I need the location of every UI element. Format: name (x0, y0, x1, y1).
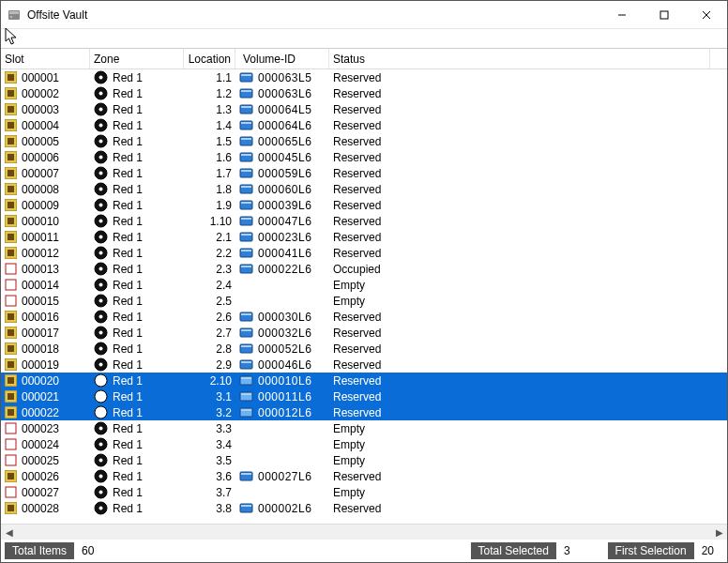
volume-id: 000064L5 (258, 103, 311, 116)
slot-id: 000004 (22, 119, 59, 132)
table-row[interactable]: 000023Red 13.3Empty (1, 420, 727, 436)
slot-icon (5, 502, 17, 514)
tape-icon (239, 167, 253, 179)
svg-rect-62 (8, 218, 14, 224)
svg-point-105 (99, 347, 103, 351)
column-header-slot[interactable]: Slot (1, 49, 90, 68)
volume-id: 000045L6 (258, 151, 311, 164)
svg-rect-38 (8, 154, 14, 160)
tape-icon (239, 231, 253, 243)
status-first-selection-label: First Selection (608, 542, 694, 559)
table-row[interactable]: 000003Red 11.3000064L5Reserved (1, 101, 727, 117)
status-value: Reserved (329, 341, 727, 357)
svg-point-129 (99, 411, 103, 415)
table-row[interactable]: 000005Red 11.5000065L6Reserved (1, 133, 727, 149)
table-row[interactable]: 000008Red 11.8000060L6Reserved (1, 181, 727, 197)
zone-name: Red 1 (113, 103, 143, 116)
table-body[interactable]: 000001Red 11.1000063L5Reserved000002Red … (1, 69, 727, 524)
slot-icon (5, 215, 17, 227)
svg-point-46 (99, 172, 103, 175)
tape-icon (239, 390, 253, 403)
table-row[interactable]: 000002Red 11.2000063L6Reserved (1, 85, 727, 101)
location-value: 3.2 (184, 404, 235, 420)
table-row[interactable]: 000009Red 11.9000039L6Reserved (1, 197, 727, 213)
table-row[interactable]: 000027Red 13.7Empty (1, 484, 727, 500)
slot-id: 000009 (22, 199, 59, 212)
slot-id: 000021 (22, 390, 59, 403)
table-row[interactable]: 000010Red 11.10000047L6Reserved (1, 213, 727, 229)
status-total-selected-label: Total Selected (471, 542, 556, 559)
table-row[interactable]: 000013Red 12.3000022L6Occupied (1, 261, 727, 277)
svg-rect-1 (9, 11, 19, 14)
zone-name: Red 1 (113, 183, 143, 196)
status-value: Reserved (329, 117, 727, 133)
disc-icon (94, 389, 108, 403)
table-row[interactable]: 000019Red 12.9000046L6Reserved (1, 357, 727, 373)
zone-name: Red 1 (113, 406, 143, 419)
svg-point-70 (99, 236, 103, 239)
svg-rect-8 (8, 74, 14, 81)
svg-rect-68 (8, 234, 14, 240)
column-header-location[interactable]: Location (184, 49, 235, 68)
location-value: 1.5 (184, 133, 235, 149)
svg-rect-131 (241, 409, 251, 411)
svg-rect-54 (241, 186, 251, 188)
slot-id: 000012 (22, 247, 59, 260)
slot-id: 000003 (22, 103, 59, 116)
disc-icon (94, 437, 108, 451)
titlebar[interactable]: Offsite Vault (1, 1, 727, 29)
column-header-status[interactable]: Status (329, 49, 710, 68)
location-value: 1.7 (184, 165, 235, 181)
table-row[interactable]: 000022Red 13.2000012L6Reserved (1, 404, 727, 420)
volume-id: 000064L6 (258, 119, 311, 132)
table-row[interactable]: 000007Red 11.7000059L6Reserved (1, 165, 727, 181)
table-row[interactable]: 000001Red 11.1000063L5Reserved (1, 69, 727, 85)
svg-rect-155 (241, 505, 251, 507)
slot-id: 000027 (22, 486, 59, 499)
close-button[interactable] (685, 1, 727, 29)
minimize-button[interactable] (600, 1, 643, 29)
table-row[interactable]: 000028Red 13.8000002L6Reserved (1, 500, 727, 516)
svg-rect-66 (241, 218, 251, 220)
table-row[interactable]: 000026Red 13.6000027L6Reserved (1, 468, 727, 484)
table-row[interactable]: 000024Red 13.4Empty (1, 436, 727, 452)
table-row[interactable]: 000011Red 12.1000023L6Reserved (1, 229, 727, 245)
scroll-right-icon[interactable]: ▶ (711, 525, 727, 540)
column-header-volume-id[interactable]: Volume-ID (235, 49, 329, 68)
table-row[interactable]: 000025Red 13.5Empty (1, 452, 727, 468)
svg-point-76 (99, 251, 103, 255)
table-row[interactable]: 000004Red 11.4000064L6Reserved (1, 117, 727, 133)
table-row[interactable]: 000012Red 12.2000041L6Reserved (1, 245, 727, 261)
tape-icon (239, 327, 253, 339)
table-row[interactable]: 000014Red 12.4Empty (1, 277, 727, 293)
volume-id: 000063L6 (258, 87, 311, 100)
slot-icon (5, 358, 17, 371)
status-value: Empty (329, 436, 727, 452)
maximize-button[interactable] (643, 1, 685, 29)
volume-id: 000039L6 (258, 199, 311, 212)
slot-icon (5, 311, 17, 323)
disc-icon (94, 102, 108, 116)
zone-name: Red 1 (113, 454, 143, 467)
table-row[interactable]: 000020Red 12.10000010L6Reserved (1, 373, 727, 388)
tape-icon (239, 135, 253, 147)
svg-point-28 (99, 124, 103, 128)
svg-rect-79 (6, 264, 16, 274)
status-value: Empty (329, 484, 727, 500)
table-row[interactable]: 000016Red 12.6000030L6Reserved (1, 309, 727, 325)
table-row[interactable]: 000006Red 11.6000045L6Reserved (1, 149, 727, 165)
table-row[interactable]: 000017Red 12.7000032L6Reserved (1, 325, 727, 341)
location-value: 2.8 (184, 341, 235, 357)
disc-icon (94, 373, 108, 388)
disc-icon (94, 246, 108, 260)
scroll-left-icon[interactable]: ◀ (1, 525, 17, 540)
horizontal-scrollbar[interactable]: ◀ ▶ (1, 524, 727, 540)
slot-icon (5, 327, 17, 339)
table-row[interactable]: 000021Red 13.1000011L6Reserved (1, 388, 727, 404)
volume-id: 000060L6 (258, 183, 311, 196)
column-header-zone[interactable]: Zone (90, 49, 184, 68)
svg-point-93 (99, 315, 103, 319)
table-row[interactable]: 000015Red 12.5Empty (1, 293, 727, 309)
table-row[interactable]: 000018Red 12.8000052L6Reserved (1, 341, 727, 357)
status-value: Reserved (329, 325, 727, 341)
